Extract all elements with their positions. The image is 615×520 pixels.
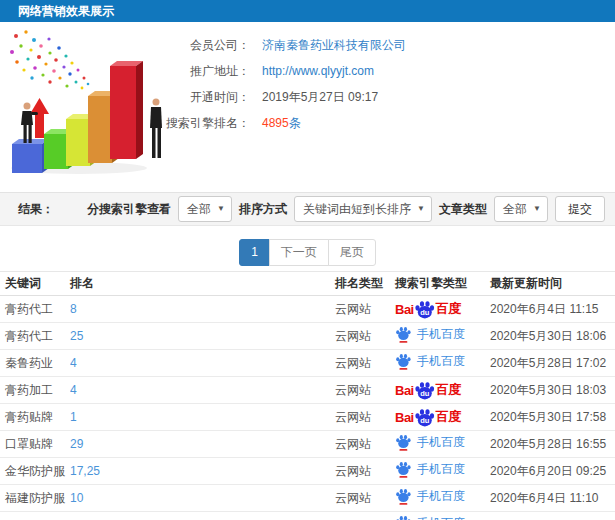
open-time-label: 开通时间： [150,89,250,106]
last-page-button[interactable]: 尾页 [328,239,376,266]
rank-link[interactable]: 1 [70,410,77,424]
company-label: 会员公司： [150,37,250,54]
baidu-paw-icon [395,515,412,520]
table-row: 福建防护服 10 云网站 Bai du 百度 [0,485,615,512]
baidu-mobile-logo: 手机百度 [395,326,465,343]
search-engine-cell: Bai du 百度 [395,485,490,512]
mobile-baidu-label: 手机百度 [417,326,465,343]
member-info: 会员公司： 济南秦鲁药业科技有限公司 推广地址： http://www.qlyy… [150,32,570,136]
rank-link[interactable]: 29 [70,437,83,451]
info-row-url: 推广地址： http://www.qlyyjt.com [150,58,570,84]
caret-down-icon: ▼ [217,197,225,221]
engine-filter-select[interactable]: 全部 ▼ [178,196,232,222]
baidu-paw-icon: du [414,300,435,319]
rank-type-text: 云网站 [335,356,371,370]
updated-time-text: 2020年6月20日 09:25 [490,464,606,478]
mobile-baidu-label: 手机百度 [417,434,465,451]
rank-link[interactable]: 25 [70,329,83,343]
engine-rank-label: 搜索引擎排名： [150,115,250,132]
page-1-button[interactable]: 1 [239,239,270,266]
rank-type-text: 云网站 [335,383,371,397]
table-row: 膏药代工 8 云网站 Bai du 百度 [0,296,615,323]
baidu-mobile-logo: 手机百度 [395,488,465,505]
col-rank: 排名 [70,272,335,296]
summary-section: 会员公司： 济南秦鲁药业科技有限公司 推广地址： http://www.qlyy… [0,22,615,192]
rank-type-text: 云网站 [335,437,371,451]
results-table-wrap: 关键词 排名 排名类型 搜索引擎类型 最新更新时间 膏药代工 8 云网站 Bai… [0,271,615,520]
search-engine-cell: Bai du 百度 [395,404,490,431]
sort-select[interactable]: 关键词由短到长排序 ▼ [294,196,432,222]
page-title: 网络营销效果展示 [18,4,114,18]
sort-label: 排序方式 [239,201,287,218]
search-engine-cell: Bai du 百度 [395,431,490,458]
rank-type-text: 云网站 [335,302,371,316]
baidu-paw-icon [395,461,412,478]
submit-button[interactable]: 提交 [555,196,605,222]
updated-time-text: 2020年5月28日 16:55 [490,437,606,451]
rank-link[interactable]: 8 [70,302,77,316]
pagination: 1下一页尾页 [0,239,615,266]
table-row: 膏药加工 4 云网站 Bai du 百度 [0,377,615,404]
info-row-company: 会员公司： 济南秦鲁药业科技有限公司 [150,32,570,58]
rank-link[interactable]: 17,25 [70,464,100,478]
red-underline [399,341,407,343]
search-engine-cell: Bai du 百度 [395,296,490,323]
rank-type-text: 云网站 [335,464,371,478]
table-row-partial: Bai du 百度 [0,512,615,520]
keyword-text: 口罩贴牌 [5,437,53,451]
next-page-button[interactable]: 下一页 [269,239,329,266]
bar-red [110,61,143,159]
bar-blue [12,139,49,173]
keyword-text: 膏药代工 [5,302,53,316]
page-title-bar: 网络营销效果展示 [0,0,615,22]
keyword-text: 膏药代工 [5,329,53,343]
baidu-mobile-logo: 手机百度 [395,434,465,451]
baidu-pc-logo: Bai du 百度 [395,408,461,427]
col-rank-type: 排名类型 [335,272,395,296]
bar-chart-illustration [4,26,169,176]
red-underline [399,368,407,370]
mobile-baidu-label: 手机百度 [417,515,465,520]
company-link[interactable]: 济南秦鲁药业科技有限公司 [262,37,406,54]
engine-filter-label: 分搜索引擎查看 [87,201,171,218]
table-row: 金华防护服 17,25 云网站 Bai du 百度 [0,458,615,485]
baidu-pc-logo: Bai du 百度 [395,381,461,400]
caret-down-icon: ▼ [417,197,425,221]
baidu-mobile-logo: 手机百度 [395,515,465,520]
svg-text:du: du [420,308,430,317]
rank-type-text: 云网站 [335,410,371,424]
info-row-engine-rank: 搜索引擎排名： 4895条 [150,110,570,136]
updated-time-text: 2020年5月30日 17:58 [490,410,606,424]
rank-type-text: 云网站 [335,329,371,343]
updated-time-text: 2020年5月30日 18:03 [490,383,606,397]
mobile-baidu-label: 手机百度 [417,461,465,478]
svg-text:du: du [420,416,430,425]
engine-rank-value: 4895条 [262,115,301,132]
rank-link[interactable]: 10 [70,491,83,505]
filter-bar: 结果： 分搜索引擎查看 全部 ▼ 排序方式 关键词由短到长排序 ▼ 文章类型 全… [0,192,615,226]
search-engine-cell: Bai du 百度 [395,377,490,404]
updated-time-text: 2020年6月4日 11:15 [490,302,599,316]
info-row-open-time: 开通时间： 2019年5月27日 09:17 [150,84,570,110]
keyword-text: 秦鲁药业 [5,356,53,370]
promotion-url-link[interactable]: http://www.qlyyjt.com [262,64,374,78]
rank-link[interactable]: 4 [70,383,77,397]
mobile-baidu-label: 手机百度 [417,488,465,505]
search-engine-cell: Bai du 百度 [395,323,490,350]
baidu-mobile-logo: 手机百度 [395,353,465,370]
red-underline [399,449,407,451]
results-table: 关键词 排名 排名类型 搜索引擎类型 最新更新时间 膏药代工 8 云网站 Bai… [0,271,615,520]
svg-text:du: du [420,389,430,398]
baidu-paw-icon [395,488,412,505]
rank-link[interactable]: 4 [70,356,77,370]
table-row: 膏药代工 25 云网站 Bai du 百度 [0,323,615,350]
article-type-select[interactable]: 全部 ▼ [494,196,548,222]
keyword-text: 金华防护服 [5,464,65,478]
updated-time-text: 2020年5月30日 18:06 [490,329,606,343]
keyword-text: 膏药贴牌 [5,410,53,424]
table-row: 口罩贴牌 29 云网站 Bai du 百度 [0,431,615,458]
col-engine-type: 搜索引擎类型 [395,272,490,296]
rank-type-text: 云网站 [335,491,371,505]
red-underline [399,503,407,505]
article-type-label: 文章类型 [439,201,487,218]
